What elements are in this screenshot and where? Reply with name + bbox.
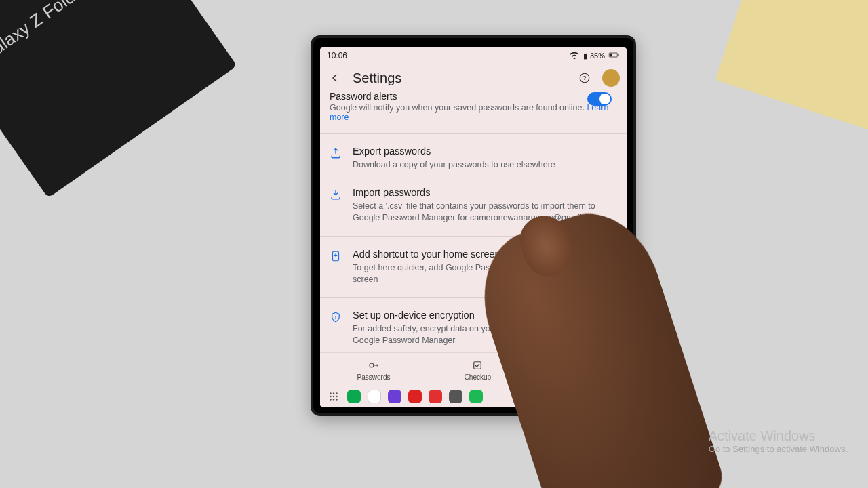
export-title: Export passwords bbox=[353, 146, 617, 157]
checkup-icon bbox=[466, 359, 489, 371]
taskbar-app-messages[interactable] bbox=[368, 390, 381, 403]
export-passwords-row[interactable]: Export passwords Download a copy of your… bbox=[320, 138, 627, 179]
divider bbox=[320, 133, 627, 134]
taskbar-app-red1[interactable] bbox=[408, 390, 422, 403]
password-alerts-toggle[interactable] bbox=[587, 92, 612, 106]
taskbar-app-spotify[interactable] bbox=[469, 390, 483, 403]
help-icon[interactable]: ? bbox=[576, 70, 593, 86]
svg-point-16 bbox=[330, 396, 331, 397]
battery-text: 35% bbox=[590, 52, 605, 60]
password-alerts-title: Password alerts bbox=[330, 92, 617, 102]
svg-rect-11 bbox=[474, 361, 481, 369]
back-icon[interactable] bbox=[327, 70, 343, 86]
wooden-block bbox=[715, 0, 868, 130]
svg-point-18 bbox=[336, 396, 337, 397]
nav-checkup-label: Checkup bbox=[465, 373, 491, 381]
taskbar-app-red2[interactable] bbox=[429, 390, 442, 403]
password-alerts-row[interactable]: Password alerts Google will notify you w… bbox=[320, 92, 627, 129]
box-galaxy-z-fold6: Galaxy Z Fold6 bbox=[0, 0, 237, 198]
svg-point-21 bbox=[336, 399, 337, 400]
taskbar-app-phone[interactable] bbox=[347, 390, 361, 403]
nav-passwords-label: Passwords bbox=[357, 373, 391, 381]
svg-point-8 bbox=[335, 317, 336, 318]
profile-avatar[interactable] bbox=[602, 69, 620, 87]
nav-passwords[interactable]: Passwords bbox=[357, 359, 391, 381]
svg-rect-2 bbox=[610, 54, 612, 57]
signal-icon: ▮ bbox=[583, 52, 587, 60]
status-bar: 10:06 ▮ 35% bbox=[320, 47, 627, 64]
taskbar-app-purple[interactable] bbox=[388, 390, 401, 403]
passwords-icon bbox=[362, 359, 385, 371]
windows-watermark: Activate Windows Go to Settings to activ… bbox=[709, 428, 848, 454]
box-label: Galaxy Z Fold6 bbox=[0, 0, 87, 66]
shortcut-icon bbox=[330, 249, 343, 285]
svg-point-19 bbox=[330, 399, 331, 400]
app-header: Settings ? bbox=[320, 64, 627, 92]
export-desc: Download a copy of your passwords to use… bbox=[353, 159, 617, 171]
svg-rect-1 bbox=[618, 54, 619, 56]
svg-text:?: ? bbox=[583, 75, 586, 81]
password-alerts-desc: Google will notify you when your saved p… bbox=[330, 103, 617, 122]
status-icons: ▮ 35% bbox=[568, 49, 620, 62]
svg-point-14 bbox=[333, 392, 334, 394]
import-title: Import passwords bbox=[353, 187, 617, 198]
shield-icon bbox=[330, 310, 343, 346]
nav-checkup[interactable]: Checkup bbox=[465, 359, 491, 381]
svg-point-15 bbox=[336, 392, 337, 394]
svg-point-10 bbox=[370, 363, 374, 367]
app-drawer-icon[interactable] bbox=[327, 390, 340, 403]
battery-icon bbox=[608, 49, 620, 62]
taskbar-app-settings[interactable] bbox=[449, 390, 462, 403]
svg-point-13 bbox=[330, 392, 331, 394]
wifi-icon bbox=[568, 49, 580, 62]
svg-point-20 bbox=[333, 399, 334, 400]
watermark-sub: Go to Settings to activate Windows. bbox=[709, 444, 848, 454]
watermark-title: Activate Windows bbox=[709, 428, 848, 444]
clock: 10:06 bbox=[327, 51, 347, 60]
page-title: Settings bbox=[353, 70, 567, 86]
svg-point-17 bbox=[333, 396, 334, 397]
import-icon bbox=[330, 187, 343, 224]
export-icon bbox=[330, 146, 343, 171]
